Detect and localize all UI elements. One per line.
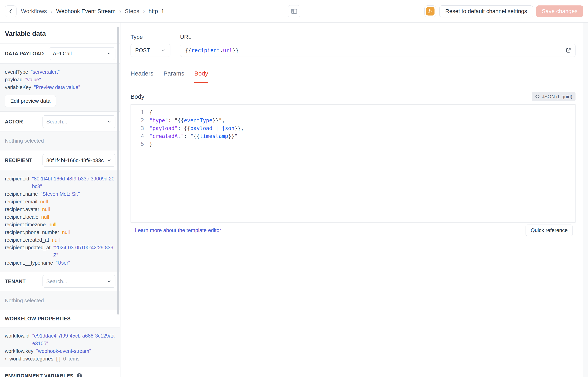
kv-value: null: [48, 221, 56, 228]
kv-row: recipient.created_atnull: [5, 236, 116, 244]
panel-layout-icon: [291, 9, 297, 14]
tenant-search-select[interactable]: Search...: [43, 275, 116, 288]
code-line: 5}: [136, 140, 575, 148]
top-bar: Workflows › Webhook Event Stream › Steps…: [0, 0, 588, 23]
actor-empty-state: Nothing selected: [5, 136, 116, 146]
breadcrumb-workflows[interactable]: Workflows: [21, 8, 47, 14]
request-tabs: Headers Params Body: [130, 70, 576, 83]
kv-value: "80f1f4bf-166d-48f9-b33c-39009df20bc3": [32, 175, 116, 190]
recipient-select[interactable]: 80f1f4bf-166d-48f9-b33c: [43, 154, 116, 166]
kv-key: recipient.avatar: [5, 205, 39, 213]
breadcrumb-steps[interactable]: Steps: [125, 8, 139, 14]
kv-row: recipient.name"Steven Metz Sr.": [5, 190, 116, 198]
code-line: 2"type": "{{eventType}}",: [136, 117, 575, 124]
git-branch-icon: [426, 7, 435, 15]
kv-key: payload: [5, 76, 23, 83]
line-number: 3: [136, 124, 144, 132]
kv-value: null: [40, 198, 48, 205]
step-editor-main: Type POST URL {{recipient.url}}: [120, 23, 583, 377]
page-scrollbar[interactable]: [583, 23, 588, 377]
workflow-properties-label: WORKFLOW PROPERTIES: [5, 316, 71, 322]
panel-title: Variable data: [0, 23, 120, 44]
chevron-down-icon: [107, 158, 112, 163]
code-line: 1{: [136, 109, 575, 117]
breadcrumb-separator-icon: ›: [143, 8, 145, 15]
http-method-select[interactable]: POST: [130, 44, 170, 57]
recipient-properties: recipient.id"80f1f4bf-166d-48f9-b33c-390…: [5, 175, 116, 267]
edit-preview-data-button[interactable]: Edit preview data: [5, 95, 56, 107]
kv-row: recipient.localenull: [5, 213, 116, 221]
tab-body[interactable]: Body: [194, 70, 208, 83]
kv-value: "User": [56, 259, 70, 267]
kv-key: variableKey: [5, 83, 31, 91]
workflow-properties: workflow.id"e91ddae4-7f99-45cb-a688-3c12…: [5, 332, 116, 363]
kv-value: "Preview data value": [34, 83, 80, 91]
breadcrumb: Workflows › Webhook Event Stream › Steps…: [21, 8, 164, 15]
kv-row: recipient.updated_at"2024-03-05T00:42:29…: [5, 244, 116, 259]
actor-label: ACTOR: [5, 119, 23, 125]
actor-search-select[interactable]: Search...: [43, 115, 116, 128]
info-icon[interactable]: [76, 373, 82, 377]
chevron-down-icon: [107, 51, 112, 56]
kv-row: eventType"server:alert": [5, 68, 116, 76]
kv-row: recipient.timezonenull: [5, 221, 116, 228]
kv-row: recipient.__typename"User": [5, 259, 116, 267]
toggle-sidebar-button[interactable]: [288, 5, 300, 17]
body-section-label: Body: [130, 93, 144, 100]
template-editor-help-link[interactable]: Learn more about the template editor: [135, 227, 221, 233]
back-button[interactable]: [5, 5, 16, 17]
url-input[interactable]: {{recipient.url}}: [180, 44, 576, 57]
kv-value: null: [42, 205, 50, 213]
line-number: 1: [136, 109, 144, 117]
chevron-right-icon[interactable]: ›: [5, 355, 7, 363]
data-payload-values: eventType"server:alert"payload"value"var…: [5, 68, 116, 91]
kv-key: recipient.created_at: [5, 236, 49, 244]
breadcrumb-separator-icon: ›: [51, 8, 53, 15]
variable-data-panel: Variable data DATA PAYLOAD API Call even…: [0, 23, 120, 377]
chevron-down-icon: [161, 48, 166, 53]
kv-row[interactable]: ›workflow.categories[ ]0 items: [5, 355, 116, 363]
breadcrumb-separator-icon: ›: [119, 8, 121, 15]
data-payload-select[interactable]: API Call: [49, 47, 116, 60]
sidebar-scrollbar[interactable]: [117, 27, 119, 315]
tenant-label: TENANT: [5, 279, 26, 284]
code-brackets-icon: [535, 95, 540, 99]
kv-key: recipient.updated_at: [5, 244, 51, 259]
breadcrumb-workflow-name[interactable]: Webhook Event Stream: [56, 8, 116, 14]
kv-row: payload"value": [5, 76, 116, 83]
tab-params[interactable]: Params: [163, 70, 184, 83]
kv-row: variableKey"Preview data value": [5, 83, 116, 91]
line-number: 5: [136, 140, 144, 148]
line-number: 2: [136, 117, 144, 124]
kv-value: "e91ddae4-7f99-45cb-a688-3c129aae3105": [32, 332, 116, 347]
tab-headers[interactable]: Headers: [130, 70, 153, 83]
kv-value: "Steven Metz Sr.": [41, 190, 80, 198]
kv-row: recipient.phone_numbernull: [5, 228, 116, 236]
kv-key: recipient.timezone: [5, 221, 46, 228]
recipient-label: RECIPIENT: [5, 157, 32, 163]
kv-row: workflow.id"e91ddae4-7f99-45cb-a688-3c12…: [5, 332, 116, 347]
breadcrumb-step-name: http_1: [148, 8, 164, 14]
kv-value: "server:alert": [31, 68, 60, 76]
commit-changes-button[interactable]: [424, 5, 436, 17]
save-changes-button[interactable]: Save changes: [536, 5, 583, 17]
kv-row: recipient.avatarnull: [5, 205, 116, 213]
body-template-editor[interactable]: 1{2"type": "{{eventType}}",3"payload": {…: [130, 104, 576, 223]
kv-value: "webhook-event-stream": [36, 347, 91, 355]
external-link-icon[interactable]: [565, 47, 571, 53]
type-label: Type: [130, 34, 170, 40]
kv-key: workflow.categories: [10, 355, 53, 363]
url-label: URL: [180, 34, 576, 40]
kv-row: recipient.id"80f1f4bf-166d-48f9-b33c-390…: [5, 175, 116, 190]
kv-key: workflow.id: [5, 332, 29, 347]
kv-key: recipient.name: [5, 190, 38, 198]
environment-variables-label: ENVIRONMENT VARIABLES: [5, 373, 73, 377]
reset-channel-settings-button[interactable]: Reset to default channel settings: [439, 5, 533, 17]
line-number: 4: [136, 132, 144, 140]
kv-key: recipient.email: [5, 198, 37, 205]
quick-reference-button[interactable]: Quick reference: [526, 224, 573, 236]
kv-row: recipient.emailnull: [5, 198, 116, 205]
kv-key: recipient.locale: [5, 213, 38, 221]
kv-key: recipient.__typename: [5, 259, 53, 267]
kv-key: recipient.id: [5, 175, 29, 190]
